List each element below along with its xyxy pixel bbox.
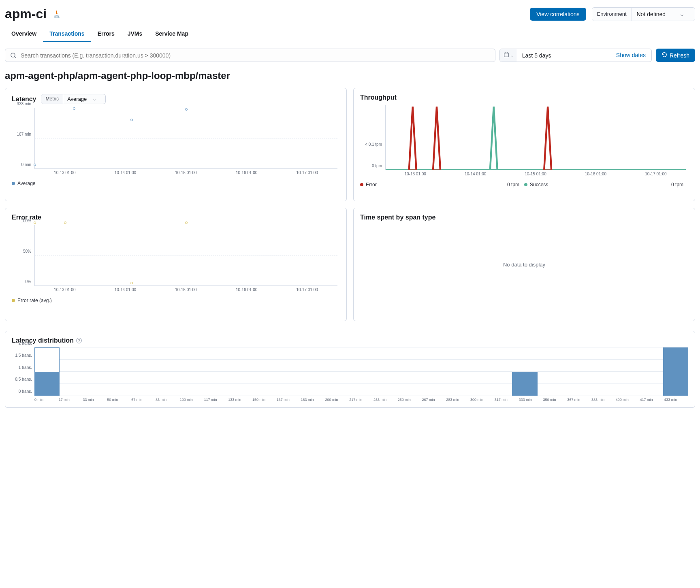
xtick: 17 min [59,398,83,402]
xtick: 10-15 01:00 [156,170,216,175]
xtick: 10-13 01:00 [385,172,445,176]
legend-value: 0 tpm [671,182,688,187]
xtick: 250 min [398,398,422,402]
no-data-message: No data to display [360,262,688,268]
xtick: 10-15 01:00 [506,172,566,176]
xtick: 300 min [470,398,495,402]
svg-rect-2 [504,53,509,57]
ytick: 0 trans. [19,389,32,394]
tab-overview[interactable]: Overview [5,26,43,42]
date-picker-button[interactable]: ⌵ [500,49,517,62]
xtick: 117 min [204,398,228,402]
legend-dot-icon [360,183,363,186]
xtick: 167 min [277,398,301,402]
xtick: 10-15 01:00 [156,288,216,292]
legend-label: Error rate (avg.) [17,298,52,303]
tab-transactions[interactable]: Transactions [43,26,91,42]
xtick: 83 min [156,398,180,402]
chevron-down-icon: ⌵ [93,97,96,101]
help-icon[interactable]: ? [76,338,82,343]
metric-value: Average [67,96,87,102]
refresh-button[interactable]: Refresh [656,49,695,62]
latency-panel: Latency Metric Average ⌵ 0 min 167 min 3… [5,88,347,201]
throughput-title: Throughput [360,94,397,101]
xtick: 217 min [349,398,373,402]
xtick: 333 min [519,398,543,402]
chevron-down-icon: ⌵ [511,53,513,58]
xtick: 10-14 01:00 [95,170,156,175]
ytick: < 0.1 tpm [365,142,382,147]
xtick: 10-14 01:00 [445,172,505,176]
refresh-icon [662,52,667,59]
xtick: 10-14 01:00 [95,288,156,292]
latency-distribution-panel: Latency distribution ? 0 trans. 0.5 tran… [5,331,695,408]
xtick: 10-17 01:00 [277,170,337,175]
xtick: 267 min [422,398,446,402]
metric-label: Metric [41,94,63,104]
svg-point-0 [11,53,15,57]
ytick: 167 min [17,132,31,136]
search-box[interactable] [5,49,495,62]
xtick: 10-17 01:00 [626,172,686,176]
search-input[interactable] [21,52,490,59]
search-icon [10,52,17,59]
legend-label: Error [366,182,377,187]
view-correlations-button[interactable]: View correlations [530,8,586,21]
xtick: 283 min [446,398,470,402]
xtick: 10-16 01:00 [216,170,277,175]
error-rate-legend: Error rate (avg.) [12,298,340,303]
ytick: 0 tpm [372,164,382,168]
xtick: 10-13 01:00 [34,170,95,175]
legend-dot-icon [12,182,15,185]
legend-label: Success [530,182,548,187]
xtick: 0 min [34,398,59,402]
xtick: 367 min [567,398,591,402]
xtick: 383 min [591,398,616,402]
latency-legend: Average [12,181,340,186]
tabs: Overview Transactions Errors JVMs Servic… [5,26,695,42]
ytick: 0.5 trans. [15,377,32,381]
ytick: 333 min [17,102,31,106]
show-dates-button[interactable]: Show dates [610,49,651,62]
legend-dot-icon [12,299,15,302]
span-type-title: Time spent by span type [360,214,435,221]
throughput-panel: Throughput 0 tpm < 0.1 tpm 10-13 01:00 1… [353,88,695,201]
span-type-panel: Time spent by span type No data to displ… [353,208,695,321]
environment-value: Not defined [637,11,666,17]
ytick: 1.5 trans. [15,353,32,357]
ytick: 0% [26,279,31,284]
xtick: 417 min [640,398,664,402]
xtick: 100 min [180,398,204,402]
environment-selector[interactable]: Environment Not defined ⌵ [592,7,695,21]
tab-errors[interactable]: Errors [91,26,121,42]
latency-chart: 0 min 167 min 333 min [12,108,340,169]
xtick: 50 min [107,398,131,402]
ytick: 0 min [21,162,31,167]
legend-dot-icon [524,183,527,186]
tab-service-map[interactable]: Service Map [149,26,195,42]
error-rate-panel: Error rate 0% 50% 100% 10-13 01:00 10-14… [5,208,347,321]
xtick: 317 min [495,398,519,402]
latency-distribution-chart: 0 trans. 0.5 trans. 1 trans. 1.5 trans. … [34,347,688,396]
throughput-chart: 0 tpm < 0.1 tpm [360,105,688,170]
refresh-label: Refresh [670,52,689,59]
xtick: 150 min [252,398,277,402]
ytick: 50% [23,249,31,254]
xtick: 200 min [325,398,349,402]
environment-label: Environment [592,8,632,21]
svg-line-1 [15,57,16,58]
xtick: 133 min [228,398,252,402]
ytick: 1 trans. [19,365,32,369]
xtick: 400 min [616,398,640,402]
transaction-title: apm-agent-php/apm-agent-php-loop-mbp/mas… [5,70,695,81]
legend-value: 0 tpm [507,182,524,187]
latency-metric-selector[interactable]: Metric Average ⌵ [41,94,106,104]
xtick: 67 min [131,398,156,402]
xtick: 350 min [543,398,567,402]
tab-jvms[interactable]: JVMs [121,26,149,42]
chevron-down-icon: ⌵ [680,11,683,17]
error-rate-chart: 0% 50% 100% [12,225,340,286]
xtick: 33 min [83,398,107,402]
xtick: 10-13 01:00 [34,288,95,292]
page-title: apm-ci [5,6,47,21]
